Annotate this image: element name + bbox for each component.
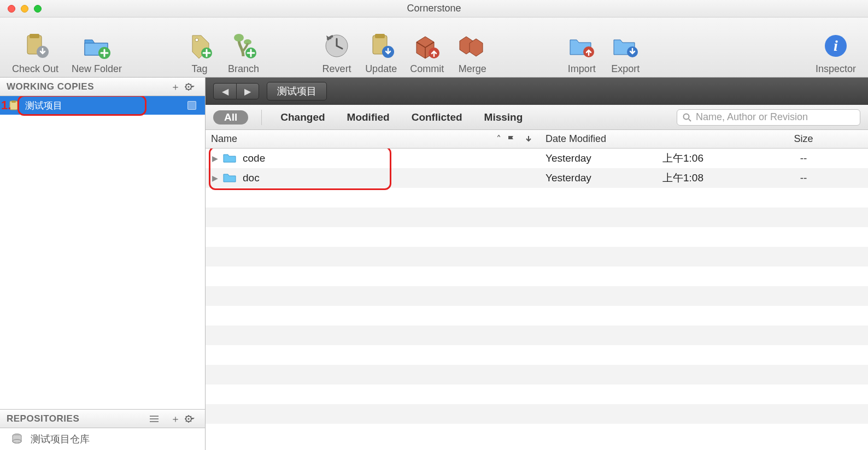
svg-point-5: [195, 38, 198, 42]
merge-label: Merge: [459, 63, 486, 75]
folder-icon: [223, 173, 237, 183]
revert-label: Revert: [322, 63, 351, 75]
sort-indicator-icon[interactable]: ˄: [490, 133, 507, 145]
repository-item[interactable]: 测试项目仓库: [0, 428, 205, 450]
merge-button[interactable]: Merge: [450, 31, 494, 75]
working-copies-header-label: WORKING COPIES: [3, 81, 167, 92]
row-name: code: [243, 152, 265, 164]
export-button[interactable]: Export: [603, 31, 647, 75]
commit-button[interactable]: Commit: [403, 31, 450, 75]
row-time: 上午1:08: [662, 171, 739, 185]
repositories-list-icon[interactable]: [149, 415, 167, 423]
repositories-list: 测试项目仓库: [0, 428, 205, 450]
repositories-header: REPOSITORIES ＋: [0, 410, 205, 428]
inspector-button[interactable]: i Inspector: [809, 31, 863, 75]
path-bar: ◀ ▶ 测试项目: [206, 78, 868, 105]
row-date: Yesterday: [542, 172, 662, 184]
revert-button[interactable]: Revert: [315, 31, 359, 75]
row-size: --: [739, 172, 868, 184]
row-date: Yesterday: [542, 152, 662, 164]
divider: [261, 110, 262, 125]
row-size: --: [739, 152, 868, 164]
column-flag-icon[interactable]: [507, 135, 525, 143]
titlebar: Cornerstone: [0, 0, 868, 17]
add-repository-button[interactable]: ＋: [167, 412, 184, 425]
folder-icon: [223, 153, 237, 164]
table-row[interactable]: ▶ code Yesterday 上午1:06 --: [206, 149, 868, 168]
working-copy-item[interactable]: 测试项目: [0, 96, 205, 115]
disclosure-triangle-icon[interactable]: ▶: [212, 154, 223, 163]
svg-rect-1: [30, 34, 39, 38]
tag-label: Tag: [192, 63, 208, 75]
svg-point-7: [234, 34, 244, 42]
breadcrumb[interactable]: 测试项目: [267, 82, 327, 100]
tag-icon: [184, 31, 215, 61]
svg-rect-22: [11, 100, 16, 103]
file-rows: ▶ code Yesterday 上午1:06 -- ▶ doc: [206, 149, 868, 450]
merge-icon: [457, 31, 488, 61]
import-button[interactable]: Import: [560, 31, 603, 75]
import-label: Import: [568, 63, 596, 75]
working-copies-gear-button[interactable]: [184, 82, 202, 91]
inspector-label: Inspector: [816, 63, 856, 75]
window-title: Cornerstone: [0, 3, 868, 14]
working-copies-list: 测试项目 1.: [0, 96, 205, 409]
filter-conflicted[interactable]: Conflicted: [412, 111, 462, 123]
branch-button[interactable]: Branch: [221, 31, 266, 75]
tag-button[interactable]: Tag: [178, 31, 221, 75]
branch-label: Branch: [228, 63, 259, 75]
search-placeholder: Name, Author or Revision: [696, 111, 808, 123]
disclosure-triangle-icon[interactable]: ▶: [212, 174, 223, 182]
nav-back-button[interactable]: ◀: [213, 83, 236, 99]
repository-label: 测试项目仓库: [31, 433, 90, 446]
main-content: ◀ ▶ 测试项目 All Changed Modified Conflicted…: [206, 78, 868, 450]
check-out-button[interactable]: Check Out: [5, 31, 65, 75]
filter-changed[interactable]: Changed: [280, 111, 325, 123]
sidebar: WORKING COPIES ＋ 测试项目 1. REPOSITORIES: [0, 78, 206, 450]
inspector-icon: i: [820, 31, 851, 61]
import-icon: [566, 31, 597, 61]
repository-icon: [11, 433, 24, 446]
column-headers: Name ˄ Date Modified Size: [206, 130, 868, 149]
column-name[interactable]: Name: [206, 133, 490, 145]
row-time: 上午1:06: [662, 151, 739, 165]
new-folder-icon: [81, 31, 112, 61]
nav-forward-button[interactable]: ▶: [236, 83, 259, 99]
new-folder-label: New Folder: [72, 63, 122, 75]
working-copies-header: WORKING COPIES ＋: [0, 78, 205, 96]
update-icon: [366, 31, 396, 61]
filter-modified[interactable]: Modified: [347, 111, 390, 123]
update-button[interactable]: Update: [359, 31, 403, 75]
new-folder-button[interactable]: New Folder: [65, 31, 128, 75]
revert-icon: [321, 31, 352, 61]
column-download-icon[interactable]: [525, 135, 542, 143]
table-row[interactable]: ▶ doc Yesterday 上午1:08 --: [206, 168, 868, 188]
filter-all[interactable]: All: [213, 110, 248, 125]
svg-text:i: i: [834, 37, 838, 54]
working-copy-icon: [8, 99, 20, 111]
export-label: Export: [611, 63, 640, 75]
column-size[interactable]: Size: [739, 133, 868, 145]
commit-icon: [412, 31, 442, 61]
working-copy-label: 测试项目: [25, 99, 62, 112]
svg-rect-12: [375, 34, 385, 38]
repositories-header-label: REPOSITORIES: [3, 413, 149, 424]
column-date-modified[interactable]: Date Modified: [542, 133, 662, 145]
filter-bar: All Changed Modified Conflicted Missing …: [206, 105, 868, 130]
filter-missing[interactable]: Missing: [484, 111, 523, 123]
toolbar: Check Out New Folder Tag Branch: [0, 17, 868, 78]
svg-point-20: [187, 86, 189, 87]
search-icon: [683, 113, 691, 122]
check-out-icon: [20, 31, 51, 61]
working-copy-status-box: [187, 101, 196, 110]
check-out-label: Check Out: [12, 63, 58, 75]
commit-label: Commit: [410, 63, 444, 75]
svg-point-27: [684, 114, 689, 119]
update-label: Update: [365, 63, 397, 75]
branch-icon: [228, 31, 259, 61]
nav-segment: ◀ ▶: [213, 83, 259, 99]
add-working-copy-button[interactable]: ＋: [167, 80, 184, 93]
search-input[interactable]: Name, Author or Revision: [677, 109, 860, 126]
repositories-gear-button[interactable]: [184, 415, 202, 423]
svg-point-24: [187, 418, 189, 419]
